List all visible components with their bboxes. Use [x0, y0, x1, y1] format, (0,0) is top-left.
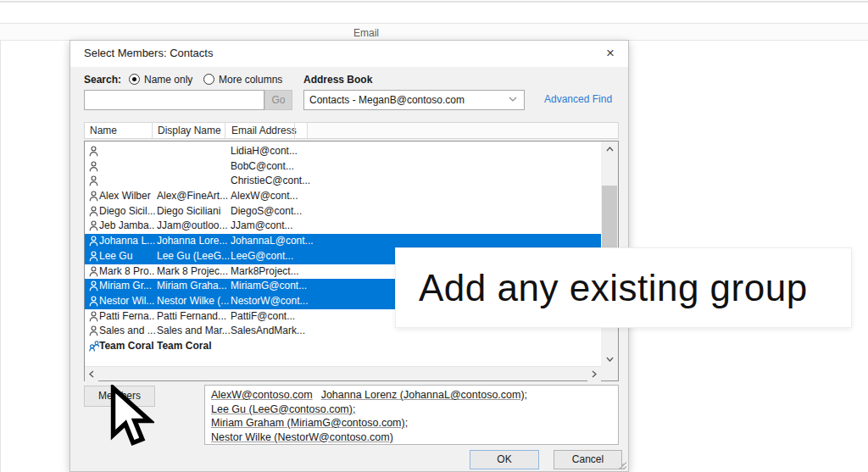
- contact-name: Team Coral: [99, 340, 155, 352]
- horizontal-scrollbar[interactable]: [85, 366, 601, 380]
- header-separator: [152, 123, 153, 138]
- cancel-button[interactable]: Cancel: [554, 450, 622, 469]
- list-item[interactable]: Team CoralTeam Coral: [85, 339, 601, 354]
- background-header-band: [0, 23, 868, 41]
- list-item[interactable]: Alex WilberAlex@FineArt...AlexW@cont...: [85, 189, 601, 204]
- person-icon: [89, 191, 99, 202]
- contact-name: Nestor Wil...: [99, 295, 155, 307]
- person-icon: [89, 280, 99, 292]
- radio-name-only[interactable]: [129, 74, 140, 85]
- members-line: AlexW@contoso.comJohanna Lorenz (Johanna…: [211, 388, 612, 403]
- contact-email: MiriamG@cont...: [231, 280, 400, 292]
- contact-name: Diego Sicil...: [99, 205, 155, 217]
- contact-name: Patti Ferna...: [99, 310, 155, 322]
- contact-display-name: Patti Fernand...: [157, 310, 230, 322]
- person-icon: [89, 206, 99, 217]
- background-left-divider: [0, 41, 1, 472]
- column-header-name[interactable]: Name: [90, 125, 117, 136]
- search-label: Search:: [84, 74, 121, 86]
- contact-display-name: Team Coral: [157, 340, 230, 352]
- radio-name-only-label[interactable]: Name only: [144, 74, 192, 86]
- column-header-email-address[interactable]: Email Address: [231, 125, 297, 136]
- contact-email: JohannaL@cont...: [231, 235, 400, 247]
- mouse-cursor-icon: [105, 385, 154, 447]
- members-line: Nestor Wilke (NestorW@contoso.com): [211, 430, 612, 445]
- search-input[interactable]: [84, 90, 264, 110]
- contact-email: Mark8Project...: [231, 265, 400, 277]
- contact-email: LeeG@cont...: [231, 250, 400, 262]
- resize-grip[interactable]: [618, 461, 626, 469]
- address-book-dropdown[interactable]: Contacts - MeganB@contoso.com: [303, 90, 525, 110]
- contact-name: Miriam Gr...: [99, 280, 155, 292]
- address-book-value: Contacts - MeganB@contoso.com: [309, 94, 465, 106]
- contact-display-name: JJam@outloo...: [157, 219, 230, 231]
- person-icon: [89, 251, 99, 262]
- background-top-divider: [0, 1, 868, 3]
- contact-email: LidiaH@cont...: [231, 145, 400, 157]
- contact-display-name: Mark 8 Projec...: [157, 265, 230, 277]
- radio-more-columns[interactable]: [203, 74, 214, 85]
- list-item[interactable]: BobC@cont...: [85, 159, 601, 175]
- vertical-scroll-thumb[interactable]: [602, 186, 617, 256]
- chevron-up-icon[interactable]: [601, 142, 618, 156]
- person-icon: [89, 236, 99, 247]
- contact-display-name: Johanna Lore...: [157, 235, 230, 247]
- person-icon: [89, 146, 99, 157]
- advanced-find-link[interactable]: Advanced Find: [544, 93, 612, 105]
- contact-email: JJam@cont...: [231, 219, 400, 231]
- list-item[interactable]: ChristieC@cont...: [85, 174, 601, 189]
- contact-email: DiegoS@cont...: [231, 205, 400, 217]
- scrollbar-corner: [601, 366, 618, 380]
- group-icon: [89, 341, 99, 352]
- caption-overlay: Add any existing group: [395, 247, 852, 328]
- list-item[interactable]: Diego Sicil...Diego SicilianiDiegoS@cont…: [85, 204, 601, 219]
- members-line: Miriam Graham (MiriamG@contoso.com);: [211, 416, 612, 430]
- contact-display-name: Diego Siciliani: [157, 205, 230, 217]
- go-button[interactable]: Go: [264, 90, 292, 110]
- dialog-title: Select Members: Contacts: [84, 47, 213, 59]
- list-column-header: Name Display Name Email Address: [84, 122, 619, 139]
- contact-display-name: Sales and Mar...: [157, 325, 230, 336]
- dialog-titlebar: Select Members: Contacts ×: [70, 41, 628, 67]
- contact-email: NestorW@cont...: [231, 295, 400, 307]
- column-header-display-name[interactable]: Display Name: [158, 125, 221, 136]
- header-separator: [307, 123, 308, 138]
- address-book-label: Address Book: [303, 74, 372, 86]
- chevron-down-icon: [509, 96, 517, 103]
- contact-email: PattiF@cont...: [231, 310, 400, 322]
- contact-name: Alex Wilber: [99, 190, 155, 202]
- person-icon: [89, 175, 99, 186]
- list-item[interactable]: Jeb Jamba...JJam@outloo...JJam@cont...: [85, 219, 601, 234]
- person-icon: [89, 311, 99, 322]
- person-icon: [89, 296, 99, 307]
- contact-name: Sales and ...: [99, 325, 155, 336]
- contact-email: ChristieC@cont...: [231, 175, 400, 186]
- person-icon: [89, 266, 99, 277]
- header-separator: [294, 123, 295, 138]
- contact-email: AlexW@cont...: [231, 190, 400, 202]
- chevron-left-icon[interactable]: [85, 367, 98, 381]
- members-field[interactable]: AlexW@contoso.comJohanna Lorenz (Johanna…: [204, 385, 619, 445]
- members-line: Lee Gu (LeeG@contoso.com);: [211, 403, 612, 417]
- ok-button[interactable]: OK: [470, 450, 539, 469]
- header-separator: [225, 123, 225, 138]
- contact-display-name: Lee Gu (LeeG...: [157, 250, 230, 262]
- list-item[interactable]: LidiaH@cont...: [85, 144, 601, 159]
- contact-display-name: Alex@FineArt...: [157, 190, 230, 202]
- contact-name: Johanna L...: [99, 235, 155, 247]
- caption-text: Add any existing group: [396, 267, 808, 309]
- chevron-down-icon[interactable]: [601, 352, 618, 366]
- chevron-right-icon[interactable]: [587, 367, 601, 381]
- contact-name: Jeb Jamba...: [99, 219, 155, 231]
- contact-name: Lee Gu: [99, 250, 155, 262]
- person-icon: [89, 325, 99, 336]
- close-icon[interactable]: ×: [601, 44, 620, 63]
- radio-more-columns-label[interactable]: More columns: [219, 74, 282, 86]
- background-email-column-label: Email: [353, 27, 379, 39]
- contact-display-name: Nestor Wilke (...: [157, 295, 230, 307]
- contact-email: BobC@cont...: [231, 160, 400, 172]
- contact-name: Mark 8 Pro...: [99, 265, 155, 277]
- contact-display-name: Miriam Graha...: [157, 280, 230, 292]
- contact-email: SalesAndMark...: [231, 325, 400, 336]
- person-icon: [89, 220, 99, 231]
